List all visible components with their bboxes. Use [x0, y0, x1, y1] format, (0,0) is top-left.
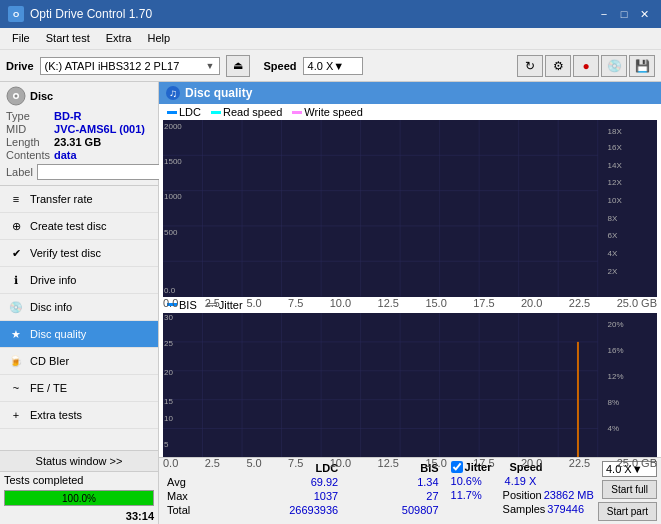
- top-chart-x-labels: 0.0 2.5 5.0 7.5 10.0 12.5 15.0 17.5 20.0…: [163, 297, 657, 309]
- x-label-0: 0.0: [163, 297, 178, 309]
- max-bis: 27: [346, 489, 446, 503]
- nav-disc-quality[interactable]: ★ Disc quality: [0, 321, 158, 348]
- refresh-button[interactable]: ↻: [517, 55, 543, 77]
- eject-button[interactable]: ⏏: [226, 55, 250, 77]
- nav-fe-te[interactable]: ~ FE / TE: [0, 375, 158, 402]
- drive-info-icon: ℹ: [8, 272, 24, 288]
- max-label: Max: [163, 489, 223, 503]
- x-label-200: 20.0: [521, 297, 542, 309]
- nav-transfer-rate[interactable]: ≡ Transfer rate: [0, 186, 158, 213]
- total-row: Total 26693936 509807: [163, 503, 447, 517]
- menu-file[interactable]: File: [4, 30, 38, 47]
- chart-header-icon: ♫: [165, 85, 181, 101]
- disc-section: Disc Type BD-R MID JVC-AMS6L (001) Lengt…: [0, 82, 158, 186]
- type-value: BD-R: [54, 110, 152, 122]
- chart-header: ♫ Disc quality: [159, 82, 661, 104]
- minimize-button[interactable]: −: [595, 5, 613, 23]
- samples-value: 379446: [547, 503, 584, 515]
- x-label-125: 12.5: [378, 297, 399, 309]
- bx-label-150: 15.0: [425, 457, 446, 469]
- nav-verify-test-disc[interactable]: ✔ Verify test disc: [0, 240, 158, 267]
- disc-section-label: Disc: [30, 90, 53, 102]
- extra-tests-icon: +: [8, 407, 24, 423]
- samples-empty: [451, 503, 491, 515]
- progress-label: 100.0%: [62, 493, 96, 504]
- svg-text:8X: 8X: [608, 214, 618, 223]
- svg-text:12%: 12%: [608, 372, 624, 381]
- nav-drive-info[interactable]: ℹ Drive info: [0, 267, 158, 294]
- disc-icon: [6, 86, 26, 106]
- svg-text:25: 25: [164, 339, 173, 348]
- close-button[interactable]: ✕: [635, 5, 653, 23]
- x-label-150: 15.0: [425, 297, 446, 309]
- length-value: 23.31 GB: [54, 136, 152, 148]
- svg-text:1500: 1500: [164, 157, 182, 166]
- drivebar: Drive (K:) ATAPI iHBS312 2 PL17 ▼ ⏏ Spee…: [0, 50, 661, 82]
- legend-write-speed-label: Write speed: [304, 106, 363, 118]
- drive-selector[interactable]: (K:) ATAPI iHBS312 2 PL17 ▼: [40, 57, 220, 75]
- status-window-button[interactable]: Status window >>: [0, 451, 158, 472]
- nav-transfer-rate-label: Transfer rate: [30, 193, 150, 205]
- titlebar-left: O Opti Drive Control 1.70: [8, 6, 152, 22]
- drive-label: Drive: [6, 60, 34, 72]
- drive-select-value: (K:) ATAPI iHBS312 2 PL17: [45, 60, 206, 72]
- avg-row: Avg 69.92 1.34: [163, 475, 447, 489]
- nav-create-test-disc-label: Create test disc: [30, 220, 150, 232]
- svg-text:6X: 6X: [608, 231, 618, 240]
- nav-extra-tests[interactable]: + Extra tests: [0, 402, 158, 429]
- x-label-175: 17.5: [473, 297, 494, 309]
- save-button[interactable]: 💾: [629, 55, 655, 77]
- svg-text:12X: 12X: [608, 178, 623, 187]
- svg-text:♫: ♫: [169, 87, 177, 99]
- svg-text:14X: 14X: [608, 161, 623, 170]
- disc-button[interactable]: 💿: [601, 55, 627, 77]
- bx-label-250: 25.0 GB: [617, 457, 657, 469]
- type-label: Type: [6, 110, 50, 122]
- disc-info-grid: Type BD-R MID JVC-AMS6L (001) Length 23.…: [6, 110, 152, 161]
- jitter-speed-section: Jitter Speed 10.6% 4.19 X 11.7% Position…: [451, 461, 594, 515]
- svg-text:30: 30: [164, 313, 173, 322]
- avg-jitter-speed-row: 10.6% 4.19 X: [451, 475, 594, 487]
- transfer-rate-icon: ≡: [8, 191, 24, 207]
- titlebar: O Opti Drive Control 1.70 − □ ✕: [0, 0, 661, 28]
- samples-display: Samples 379446: [503, 503, 585, 515]
- menu-extra[interactable]: Extra: [98, 30, 140, 47]
- legend-ldc-label: LDC: [179, 106, 201, 118]
- position-row: Position 23862 MB: [503, 489, 594, 501]
- avg-bis: 1.34: [346, 475, 446, 489]
- x-label-25: 2.5: [205, 297, 220, 309]
- label-row: Label ✎: [6, 163, 152, 181]
- status-text: Tests completed: [4, 474, 83, 486]
- color-button[interactable]: ●: [573, 55, 599, 77]
- start-part-button[interactable]: Start part: [598, 502, 657, 521]
- nav-items: ≡ Transfer rate ⊕ Create test disc ✔ Ver…: [0, 186, 158, 429]
- menu-start-test[interactable]: Start test: [38, 30, 98, 47]
- top-chart-section: LDC Read speed Write speed: [159, 104, 661, 297]
- settings-button[interactable]: ⚙: [545, 55, 571, 77]
- nav-cd-bier[interactable]: 🍺 CD BIer: [0, 348, 158, 375]
- status-time: 33:14: [126, 510, 154, 522]
- titlebar-controls: − □ ✕: [595, 5, 653, 23]
- legend-read-speed: Read speed: [211, 106, 282, 118]
- nav-verify-test-disc-label: Verify test disc: [30, 247, 150, 259]
- start-full-button[interactable]: Start full: [602, 480, 657, 499]
- avg-label: Avg: [163, 475, 223, 489]
- legend-write-speed: Write speed: [292, 106, 363, 118]
- maximize-button[interactable]: □: [615, 5, 633, 23]
- bx-label-100: 10.0: [330, 457, 351, 469]
- total-bis: 509807: [346, 503, 446, 517]
- label-label: Label: [6, 166, 33, 178]
- menu-help[interactable]: Help: [139, 30, 178, 47]
- nav-disc-info[interactable]: 💿 Disc info: [0, 294, 158, 321]
- svg-text:8%: 8%: [608, 398, 620, 407]
- speed-selector[interactable]: 4.0 X ▼: [303, 57, 363, 75]
- speed-label: Speed: [264, 60, 297, 72]
- legend-read-speed-label: Read speed: [223, 106, 282, 118]
- svg-text:4X: 4X: [608, 249, 618, 258]
- nav-fe-te-label: FE / TE: [30, 382, 150, 394]
- bx-label-125: 12.5: [378, 457, 399, 469]
- avg-speed-val: 4.19 X: [505, 475, 537, 487]
- nav-create-test-disc[interactable]: ⊕ Create test disc: [0, 213, 158, 240]
- left-panel: Disc Type BD-R MID JVC-AMS6L (001) Lengt…: [0, 82, 159, 524]
- svg-text:2X: 2X: [608, 267, 618, 276]
